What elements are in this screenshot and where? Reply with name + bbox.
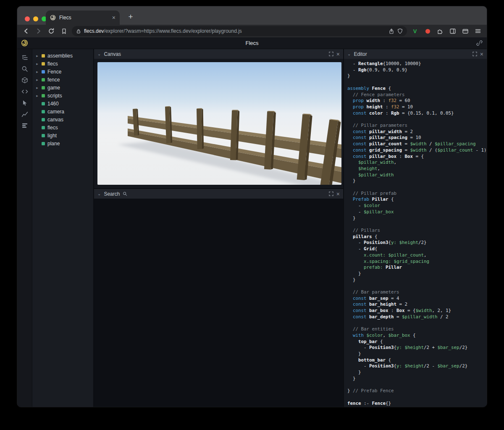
collapse-chevron-icon[interactable]: ⌄ [347,52,351,56]
minimize-window-button[interactable] [33,16,38,21]
code-line[interactable]: const bar_sep = 4 [347,296,487,302]
code-line[interactable]: - Rectangle{10000, 10000} [347,61,487,67]
code-line[interactable]: } [347,178,487,184]
code-line[interactable]: const bar_height = 2 [347,302,487,308]
canvas-3d-viewport[interactable] [94,59,343,188]
close-panel-icon[interactable]: × [336,191,340,197]
code-line[interactable] [347,283,487,289]
tree-item-camera[interactable]: camera [32,108,93,115]
share-link-icon[interactable] [476,40,483,46]
code-line[interactable]: $height, [347,166,487,172]
code-line[interactable]: const pillar_spacing = 10 [347,135,487,141]
code-line[interactable]: - $color [347,203,487,209]
tab-close-icon[interactable]: × [112,15,116,21]
close-panel-icon[interactable]: × [336,51,340,57]
url-text[interactable]: flecs.dev/explorer/?wasm=https://www.fle… [84,28,386,34]
code-line[interactable]: // Fence parameters [347,92,487,98]
code-line[interactable]: prop height : f32 = 10 [347,104,487,110]
back-button[interactable] [21,26,31,36]
tree-item-plane[interactable]: plane [32,139,93,147]
tree-expand-arrow-icon[interactable]: ▸ [35,54,39,58]
code-line[interactable]: // Bar entities [347,326,487,333]
code-line[interactable]: } // Prefab Fence [347,388,487,394]
brave-shield-icon[interactable] [397,28,403,34]
code-line[interactable]: $pillar_width [347,172,487,178]
tree-item-game[interactable]: ▸game [32,84,93,92]
code-line[interactable]: const pillar_count = $width / $pillar_sp… [347,141,487,147]
code-line[interactable]: assembly Fence { [347,86,487,92]
url-bar[interactable]: flecs.dev/explorer/?wasm=https://www.fle… [72,26,407,36]
code-line[interactable]: top_bar { [347,339,487,345]
code-line[interactable]: Prefab Pillar { [347,197,487,203]
tree-item-assemblies[interactable]: ▸assemblies [32,52,93,60]
code-line[interactable] [347,394,487,401]
code-line[interactable] [347,382,487,388]
code-line[interactable]: - $pillar_box [347,209,487,215]
expand-panel-icon[interactable] [329,191,333,196]
wallet-icon[interactable] [461,26,470,36]
extensions-puzzle-icon[interactable] [436,26,445,36]
close-panel-icon[interactable]: × [480,51,483,57]
code-line[interactable]: const bar_depth = $pillar_width / 2 [347,314,487,320]
code-line[interactable] [347,320,487,327]
tree-item-flecs[interactable]: ▸flecs [32,60,93,68]
search-results-area[interactable] [94,199,343,407]
tree-expand-arrow-icon[interactable]: ▸ [35,62,39,66]
tree-expand-arrow-icon[interactable]: ▸ [35,70,39,74]
search-icon[interactable] [21,66,28,72]
tree-item-light[interactable]: light [32,131,93,139]
code-line[interactable]: - Rgb{0.9, 0.9, 0.9} [347,67,487,73]
extension-red-icon[interactable] [423,26,432,36]
code-line[interactable]: } [347,351,487,357]
cube-icon[interactable] [21,77,28,84]
reload-button[interactable] [47,26,56,36]
collapse-chevron-icon[interactable]: ⌄ [97,191,101,196]
code-line[interactable]: const pillar_width = 2 [347,129,487,135]
close-window-button[interactable] [25,16,30,21]
entity-tree-icon[interactable] [21,54,28,61]
tree-item-canvas[interactable]: canvas [32,115,93,123]
tree-item-fence[interactable]: ▸fence [32,76,93,84]
code-line[interactable]: prefab: Pillar [347,265,487,271]
sidebar-toggle-icon[interactable] [448,26,457,36]
code-line[interactable]: x.spacing: $grid_spacing [347,259,487,265]
code-line[interactable] [347,116,487,123]
code-line[interactable]: // Pillar prefab [347,191,487,197]
code-line[interactable]: prop width : f32 = 60 [347,98,487,104]
tree-expand-arrow-icon[interactable]: ▸ [35,78,39,82]
code-line[interactable]: const grid_spacing = $width / ($pillar_c… [347,147,487,154]
chart-icon[interactable] [21,111,28,118]
bookmark-icon[interactable] [59,26,68,36]
tree-item-1460[interactable]: 1460 [32,100,93,108]
code-line[interactable]: - Position3{y: $height/2 - $bar_sep/2} [347,363,487,370]
menu-icon[interactable] [473,26,483,36]
code-line[interactable]: // Pillars [347,228,487,234]
tree-item-Fence[interactable]: ▸Fence [32,68,93,76]
code-line[interactable]: bottom_bar { [347,357,487,364]
new-tab-button[interactable]: + [125,11,136,23]
code-line[interactable]: } [347,370,487,376]
code-line[interactable] [347,221,487,228]
code-line[interactable]: // Bar parameters [347,289,487,296]
code-line[interactable]: with $color, $bar_box { [347,333,487,339]
expand-panel-icon[interactable] [472,52,477,56]
stats-bars-icon[interactable] [21,122,28,129]
expand-panel-icon[interactable] [329,52,333,56]
code-line[interactable]: const pillar_box : Box = { [347,154,487,160]
code-line[interactable]: pillars { [347,234,487,240]
tree-expand-arrow-icon[interactable]: ▸ [35,86,39,90]
code-icon[interactable] [21,88,28,95]
tree-item-scripts[interactable]: ▸scripts [32,92,93,100]
forward-button[interactable] [34,26,43,36]
share-icon[interactable] [388,28,394,34]
code-line[interactable]: - Position3{y: $height/2 + $bar_sep/2} [347,345,487,351]
tree-item-flecs[interactable]: flecs [32,123,93,131]
code-line[interactable]: } [347,271,487,277]
code-line[interactable]: } [347,73,487,79]
code-line[interactable]: $pillar_width, [347,160,487,166]
code-line[interactable]: } [347,215,487,222]
code-line[interactable]: } [347,376,487,382]
code-line[interactable]: - Grid{ [347,246,487,252]
inspect-cursor-icon[interactable] [21,100,28,106]
code-line[interactable]: const bar_box : Box = {$width, 2, 1} [347,308,487,314]
